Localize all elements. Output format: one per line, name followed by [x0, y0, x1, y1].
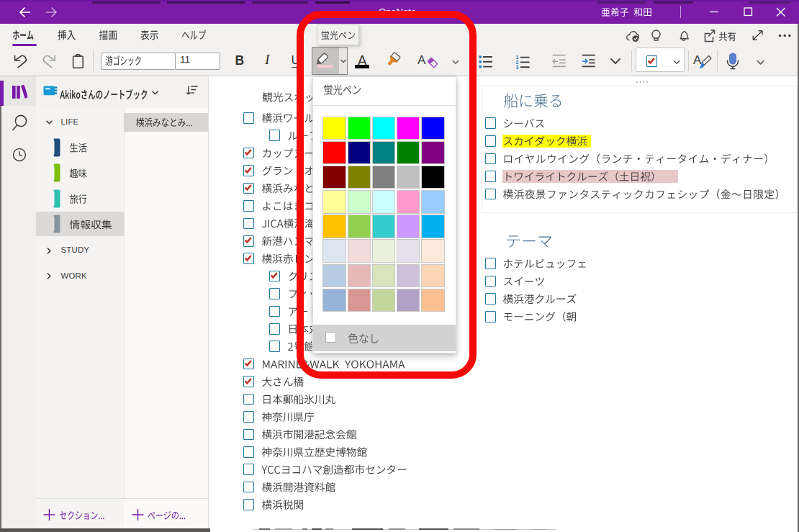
svg-text:3: 3	[515, 64, 518, 68]
